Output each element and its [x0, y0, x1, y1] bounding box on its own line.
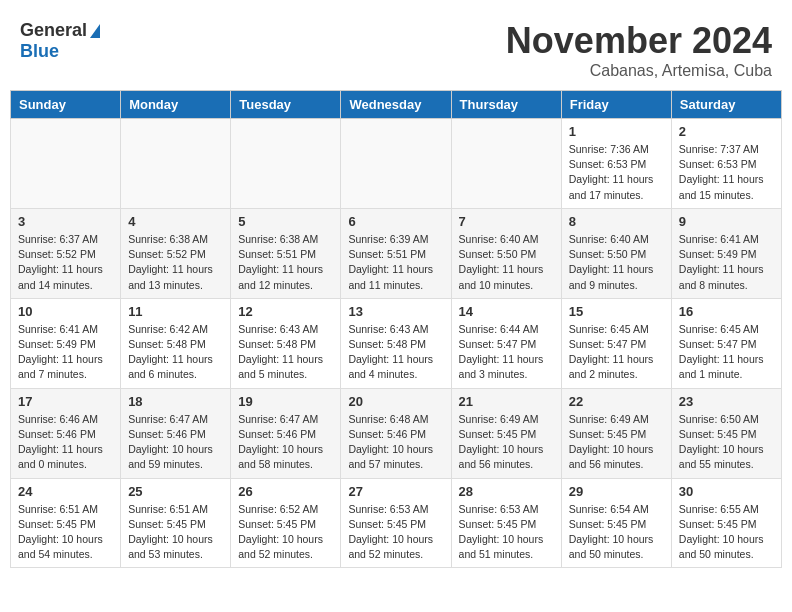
day-number: 29 [569, 484, 664, 499]
subtitle: Cabanas, Artemisa, Cuba [506, 62, 772, 80]
day-number: 15 [569, 304, 664, 319]
day-number: 19 [238, 394, 333, 409]
day-info: Sunrise: 6:45 AM Sunset: 5:47 PM Dayligh… [679, 322, 774, 383]
calendar-cell: 25Sunrise: 6:51 AM Sunset: 5:45 PM Dayli… [121, 478, 231, 568]
day-info: Sunrise: 6:41 AM Sunset: 5:49 PM Dayligh… [679, 232, 774, 293]
calendar-cell: 13Sunrise: 6:43 AM Sunset: 5:48 PM Dayli… [341, 298, 451, 388]
day-header-thursday: Thursday [451, 91, 561, 119]
day-info: Sunrise: 6:49 AM Sunset: 5:45 PM Dayligh… [459, 412, 554, 473]
day-header-tuesday: Tuesday [231, 91, 341, 119]
calendar-cell: 24Sunrise: 6:51 AM Sunset: 5:45 PM Dayli… [11, 478, 121, 568]
day-info: Sunrise: 6:39 AM Sunset: 5:51 PM Dayligh… [348, 232, 443, 293]
day-info: Sunrise: 6:40 AM Sunset: 5:50 PM Dayligh… [459, 232, 554, 293]
day-info: Sunrise: 6:54 AM Sunset: 5:45 PM Dayligh… [569, 502, 664, 563]
calendar-cell: 16Sunrise: 6:45 AM Sunset: 5:47 PM Dayli… [671, 298, 781, 388]
calendar-cell: 22Sunrise: 6:49 AM Sunset: 5:45 PM Dayli… [561, 388, 671, 478]
logo-triangle-icon [90, 24, 100, 38]
calendar-cell: 21Sunrise: 6:49 AM Sunset: 5:45 PM Dayli… [451, 388, 561, 478]
calendar-cell: 6Sunrise: 6:39 AM Sunset: 5:51 PM Daylig… [341, 208, 451, 298]
calendar-cell [11, 119, 121, 209]
day-info: Sunrise: 6:48 AM Sunset: 5:46 PM Dayligh… [348, 412, 443, 473]
calendar-cell: 23Sunrise: 6:50 AM Sunset: 5:45 PM Dayli… [671, 388, 781, 478]
calendar-cell [451, 119, 561, 209]
calendar-cell: 26Sunrise: 6:52 AM Sunset: 5:45 PM Dayli… [231, 478, 341, 568]
calendar-cell: 29Sunrise: 6:54 AM Sunset: 5:45 PM Dayli… [561, 478, 671, 568]
day-info: Sunrise: 6:42 AM Sunset: 5:48 PM Dayligh… [128, 322, 223, 383]
day-info: Sunrise: 6:55 AM Sunset: 5:45 PM Dayligh… [679, 502, 774, 563]
day-number: 3 [18, 214, 113, 229]
day-info: Sunrise: 6:40 AM Sunset: 5:50 PM Dayligh… [569, 232, 664, 293]
day-number: 30 [679, 484, 774, 499]
calendar-cell: 2Sunrise: 7:37 AM Sunset: 6:53 PM Daylig… [671, 119, 781, 209]
day-number: 10 [18, 304, 113, 319]
calendar-cell: 12Sunrise: 6:43 AM Sunset: 5:48 PM Dayli… [231, 298, 341, 388]
day-header-sunday: Sunday [11, 91, 121, 119]
day-info: Sunrise: 6:51 AM Sunset: 5:45 PM Dayligh… [128, 502, 223, 563]
day-number: 24 [18, 484, 113, 499]
day-header-row: SundayMondayTuesdayWednesdayThursdayFrid… [11, 91, 782, 119]
calendar-cell: 5Sunrise: 6:38 AM Sunset: 5:51 PM Daylig… [231, 208, 341, 298]
day-number: 22 [569, 394, 664, 409]
day-info: Sunrise: 6:45 AM Sunset: 5:47 PM Dayligh… [569, 322, 664, 383]
day-info: Sunrise: 6:49 AM Sunset: 5:45 PM Dayligh… [569, 412, 664, 473]
day-number: 16 [679, 304, 774, 319]
day-number: 20 [348, 394, 443, 409]
calendar-cell: 8Sunrise: 6:40 AM Sunset: 5:50 PM Daylig… [561, 208, 671, 298]
day-number: 2 [679, 124, 774, 139]
day-number: 1 [569, 124, 664, 139]
logo-general-text: General [20, 20, 87, 41]
week-row-4: 17Sunrise: 6:46 AM Sunset: 5:46 PM Dayli… [11, 388, 782, 478]
calendar-cell: 7Sunrise: 6:40 AM Sunset: 5:50 PM Daylig… [451, 208, 561, 298]
logo: General Blue [20, 20, 100, 62]
day-number: 23 [679, 394, 774, 409]
day-number: 27 [348, 484, 443, 499]
calendar-cell [341, 119, 451, 209]
week-row-3: 10Sunrise: 6:41 AM Sunset: 5:49 PM Dayli… [11, 298, 782, 388]
calendar-cell: 15Sunrise: 6:45 AM Sunset: 5:47 PM Dayli… [561, 298, 671, 388]
calendar-cell: 4Sunrise: 6:38 AM Sunset: 5:52 PM Daylig… [121, 208, 231, 298]
day-header-monday: Monday [121, 91, 231, 119]
day-header-saturday: Saturday [671, 91, 781, 119]
day-info: Sunrise: 6:41 AM Sunset: 5:49 PM Dayligh… [18, 322, 113, 383]
day-number: 21 [459, 394, 554, 409]
calendar-cell: 1Sunrise: 7:36 AM Sunset: 6:53 PM Daylig… [561, 119, 671, 209]
day-info: Sunrise: 6:38 AM Sunset: 5:52 PM Dayligh… [128, 232, 223, 293]
day-number: 12 [238, 304, 333, 319]
week-row-1: 1Sunrise: 7:36 AM Sunset: 6:53 PM Daylig… [11, 119, 782, 209]
header: General Blue November 2024 Cabanas, Arte… [10, 10, 782, 85]
day-number: 8 [569, 214, 664, 229]
day-info: Sunrise: 6:44 AM Sunset: 5:47 PM Dayligh… [459, 322, 554, 383]
day-header-wednesday: Wednesday [341, 91, 451, 119]
day-number: 6 [348, 214, 443, 229]
day-number: 26 [238, 484, 333, 499]
day-info: Sunrise: 6:38 AM Sunset: 5:51 PM Dayligh… [238, 232, 333, 293]
day-info: Sunrise: 6:53 AM Sunset: 5:45 PM Dayligh… [459, 502, 554, 563]
day-info: Sunrise: 6:47 AM Sunset: 5:46 PM Dayligh… [238, 412, 333, 473]
day-info: Sunrise: 7:37 AM Sunset: 6:53 PM Dayligh… [679, 142, 774, 203]
day-info: Sunrise: 6:43 AM Sunset: 5:48 PM Dayligh… [348, 322, 443, 383]
calendar-cell: 17Sunrise: 6:46 AM Sunset: 5:46 PM Dayli… [11, 388, 121, 478]
day-number: 28 [459, 484, 554, 499]
day-info: Sunrise: 6:46 AM Sunset: 5:46 PM Dayligh… [18, 412, 113, 473]
day-info: Sunrise: 6:43 AM Sunset: 5:48 PM Dayligh… [238, 322, 333, 383]
day-header-friday: Friday [561, 91, 671, 119]
day-number: 25 [128, 484, 223, 499]
day-number: 7 [459, 214, 554, 229]
calendar-cell: 28Sunrise: 6:53 AM Sunset: 5:45 PM Dayli… [451, 478, 561, 568]
calendar-cell [121, 119, 231, 209]
calendar-cell: 18Sunrise: 6:47 AM Sunset: 5:46 PM Dayli… [121, 388, 231, 478]
calendar-cell: 30Sunrise: 6:55 AM Sunset: 5:45 PM Dayli… [671, 478, 781, 568]
day-info: Sunrise: 6:52 AM Sunset: 5:45 PM Dayligh… [238, 502, 333, 563]
calendar-cell: 9Sunrise: 6:41 AM Sunset: 5:49 PM Daylig… [671, 208, 781, 298]
logo-blue-text: Blue [20, 41, 100, 62]
day-number: 4 [128, 214, 223, 229]
calendar-cell: 10Sunrise: 6:41 AM Sunset: 5:49 PM Dayli… [11, 298, 121, 388]
calendar-table: SundayMondayTuesdayWednesdayThursdayFrid… [10, 90, 782, 568]
week-row-2: 3Sunrise: 6:37 AM Sunset: 5:52 PM Daylig… [11, 208, 782, 298]
month-title: November 2024 [506, 20, 772, 62]
calendar-cell: 27Sunrise: 6:53 AM Sunset: 5:45 PM Dayli… [341, 478, 451, 568]
calendar-cell: 14Sunrise: 6:44 AM Sunset: 5:47 PM Dayli… [451, 298, 561, 388]
day-info: Sunrise: 6:53 AM Sunset: 5:45 PM Dayligh… [348, 502, 443, 563]
calendar-cell: 20Sunrise: 6:48 AM Sunset: 5:46 PM Dayli… [341, 388, 451, 478]
day-number: 5 [238, 214, 333, 229]
